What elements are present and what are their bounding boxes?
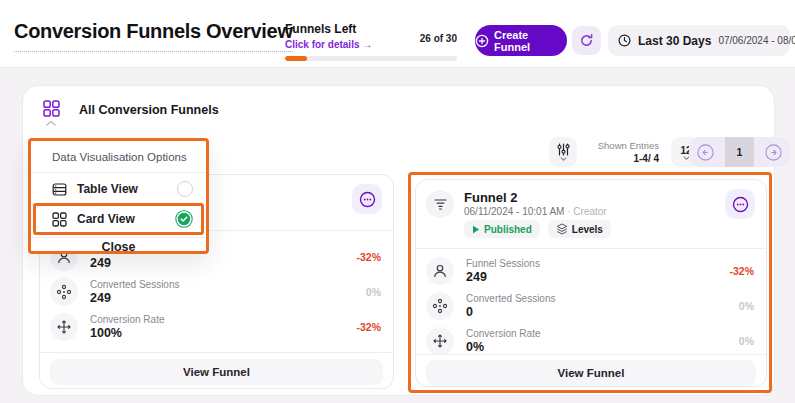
- stat-trend: -32%: [356, 251, 381, 263]
- card-view-option[interactable]: Card View: [33, 203, 204, 235]
- divider: [40, 352, 393, 353]
- stat-converted-sessions: Converted Sessions 249 0%: [40, 274, 393, 310]
- table-icon: [52, 182, 67, 197]
- badges: Published Levels: [464, 220, 611, 238]
- view-funnel-button[interactable]: View Funnel: [50, 359, 383, 385]
- data-visualisation-popup: Data Visualisation Options Table View Ca…: [28, 138, 209, 254]
- stat-trend: 0%: [366, 286, 381, 298]
- chevron-down-icon: [560, 157, 567, 161]
- check-circle-icon[interactable]: [175, 210, 193, 228]
- ellipsis-circle-icon: [732, 196, 749, 213]
- prev-page-button[interactable]: [689, 137, 722, 167]
- pagination: 1: [689, 137, 790, 167]
- shown-entries-value: 1-4/ 4: [579, 153, 659, 164]
- person-icon: [426, 257, 454, 285]
- next-page-button[interactable]: [757, 137, 790, 167]
- cluster-icon: [50, 278, 78, 306]
- view-funnel-button[interactable]: View Funnel: [426, 360, 756, 386]
- levels-badge: Levels: [548, 220, 611, 238]
- layers-icon: [556, 223, 568, 235]
- page-title: Conversion Funnels Overview: [14, 20, 293, 52]
- stat-label: Conversion Rate: [90, 314, 164, 325]
- table-view-label: Table View: [77, 182, 138, 196]
- popup-title: Data Visualisation Options: [52, 151, 187, 163]
- published-badge: Published: [464, 220, 540, 238]
- divider: [31, 237, 206, 238]
- sliders-icon: [557, 143, 570, 156]
- divider: [416, 248, 766, 249]
- funnel-icon: [426, 190, 454, 218]
- stat-conversion-rate: Conversion Rate 100% -32%: [40, 309, 393, 345]
- ellipsis-circle-icon: [359, 191, 376, 208]
- stat-value: 0: [466, 305, 556, 319]
- top-bar: Conversion Funnels Overview Funnels Left…: [0, 0, 795, 68]
- refresh-icon: [579, 33, 594, 48]
- stat-trend: 0%: [739, 335, 754, 347]
- refresh-button[interactable]: [572, 26, 601, 55]
- date-preset-label: Last 30 Days: [638, 34, 711, 48]
- radio-unchecked-icon[interactable]: [177, 181, 193, 197]
- stat-label: Conversion Rate: [466, 328, 540, 339]
- funnels-left-count: 26 of 30: [420, 33, 457, 44]
- plus-circle-icon: [475, 34, 489, 48]
- stat-trend: 0%: [739, 300, 754, 312]
- funnels-progress-track: [285, 56, 457, 61]
- grid-icon: [52, 212, 67, 227]
- card-menu-button[interactable]: [352, 184, 382, 214]
- card-view-label: Card View: [77, 212, 135, 226]
- date-range-value: 07/06/2024 - 08/04/2024: [718, 35, 795, 46]
- stat-funnel-sessions: Funnel Sessions 249 -32%: [416, 253, 766, 289]
- funnel-card-2: Funnel 2 06/11/2024 - 10:01 AM · Creator…: [415, 179, 767, 387]
- grid-icon: [43, 100, 60, 117]
- chevron-up-icon[interactable]: [46, 120, 56, 126]
- stat-label: Funnel Sessions: [466, 258, 540, 269]
- table-view-option[interactable]: Table View: [31, 174, 206, 204]
- stat-label: Converted Sessions: [466, 293, 556, 304]
- stat-trend: -32%: [729, 265, 754, 277]
- create-funnel-label: Create Funnel: [494, 29, 567, 53]
- funnels-left-widget: Funnels Left Click for details → 26 of 3…: [285, 22, 457, 61]
- divider: [31, 172, 206, 173]
- date-range-picker[interactable]: Last 30 Days 07/06/2024 - 08/04/2024: [608, 25, 790, 56]
- panel-title: All Conversion Funnels: [79, 103, 219, 117]
- move-arrows-icon: [426, 327, 454, 355]
- filter-sort-button[interactable]: [549, 137, 577, 167]
- cluster-icon: [426, 292, 454, 320]
- stat-value: 249: [90, 291, 180, 305]
- divider: [416, 354, 766, 355]
- shown-entries: Shown Entries 1-4/ 4: [579, 140, 659, 164]
- funnel-creator: · Creator: [567, 206, 606, 217]
- stat-value: 249: [90, 256, 111, 270]
- stat-value: 0%: [466, 340, 540, 354]
- stat-converted-sessions: Converted Sessions 0 0%: [416, 288, 766, 324]
- clock-icon: [618, 34, 631, 47]
- funnel-title: Funnel 2: [464, 190, 517, 205]
- funnels-progress-fill: [285, 56, 307, 61]
- move-arrows-icon: [50, 313, 78, 341]
- funnel-meta: 06/11/2024 - 10:01 AM · Creator: [464, 206, 607, 217]
- create-funnel-button[interactable]: Create Funnel: [475, 25, 567, 56]
- close-button[interactable]: Close: [31, 240, 206, 254]
- shown-entries-label: Shown Entries: [579, 140, 659, 151]
- stat-label: Converted Sessions: [90, 279, 180, 290]
- card-menu-button[interactable]: [725, 189, 755, 219]
- stat-value: 100%: [90, 326, 164, 340]
- play-icon: [472, 225, 480, 234]
- page-number[interactable]: 1: [725, 137, 754, 167]
- stat-value: 249: [466, 270, 540, 284]
- stat-trend: -32%: [356, 321, 381, 333]
